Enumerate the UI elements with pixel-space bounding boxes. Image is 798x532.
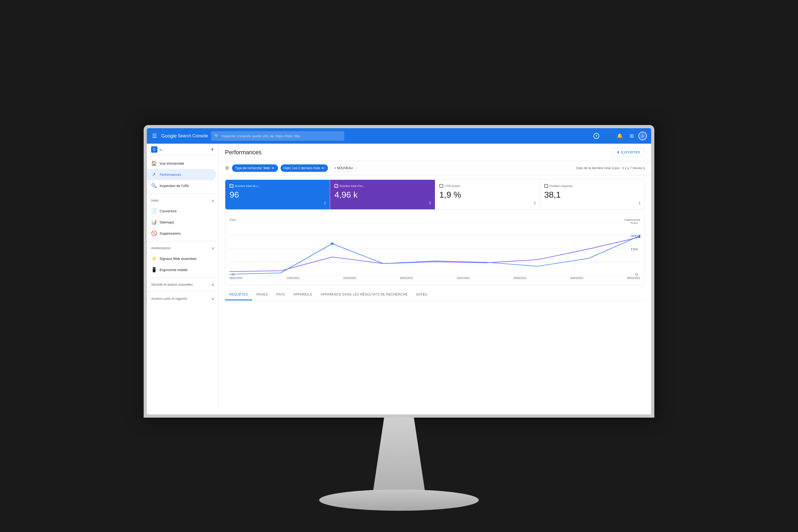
grid-icon: ⊞	[630, 133, 633, 139]
metric-card-ctr-header: CTR moyen	[439, 184, 535, 188]
ameliorations-section-title: Améliorations	[151, 246, 171, 250]
chart-area: Clics Impressions	[218, 214, 651, 289]
sidebar-item-performances[interactable]: ↗ Performances	[147, 169, 216, 180]
anciens-outils-chevron-down-icon: ∨	[211, 297, 214, 301]
search-icon: 🔍	[214, 134, 220, 138]
tab-appareils[interactable]: APPAREILS	[289, 289, 316, 300]
ameliorations-section-header[interactable]: Améliorations ∧	[147, 243, 218, 253]
metric-footer-position: ℹ	[544, 201, 640, 205]
sitemap-icon: 📊	[151, 219, 156, 225]
sidebar-item-vue-ensemble[interactable]: 🏠 Vue d'ensemble	[147, 158, 216, 169]
export-button[interactable]: ⬇ EXPORTER	[612, 148, 645, 157]
anciens-outils-section-header[interactable]: Anciens outils et rapports ∨	[147, 294, 218, 304]
page-title: Performances	[225, 149, 262, 156]
sidebar-item-sitemaps[interactable]: 📊 Sitemaps	[147, 216, 216, 228]
x-label-6: 28/02/2021	[513, 277, 527, 280]
sidebar-label-sitemaps: Sitemaps	[159, 220, 174, 224]
monitor: ☰ Google Search Console 🔍 ? 👤	[144, 125, 654, 532]
home-icon: 🏠	[151, 160, 156, 166]
search-bar[interactable]: 🔍	[211, 131, 344, 141]
sidebar-item-ergonomie-mobile[interactable]: 📱 Ergonomie mobile	[147, 264, 216, 275]
metric-footer-clics: ℹ	[230, 201, 326, 205]
tab-requetes[interactable]: REQUÊTES	[225, 289, 252, 300]
metric-value-ctr: 1,9 %	[439, 190, 535, 200]
plus-icon: +	[334, 166, 336, 170]
last-update-text: Date de la dernière mise à jour : il y a…	[576, 166, 645, 170]
sidebar-item-inspection-url[interactable]: 🔍 Inspection de l'URL	[147, 180, 216, 191]
metric-card-position[interactable]: Position moyenne 38,1 ℹ	[540, 180, 645, 209]
help-button[interactable]: ?	[592, 131, 601, 141]
google-text: Google	[161, 133, 177, 139]
page-header: Performances ⬇ EXPORTER	[218, 144, 651, 161]
grid-button[interactable]: ⊞	[627, 131, 636, 141]
chart-left-label: Clics	[230, 218, 236, 221]
search-input[interactable]	[222, 134, 341, 138]
tab-pays[interactable]: PAYS	[272, 289, 289, 300]
users-button[interactable]: 👤	[603, 131, 613, 141]
export-icon: ⬇	[617, 150, 620, 154]
filter-chip-search-type-label: Type de recherche: Web	[235, 166, 270, 170]
sidebar-label-inspection-url: Inspection de l'URL	[159, 184, 189, 188]
sidebar-item-couverture[interactable]: 📄 Couverture	[147, 205, 216, 216]
index-section-header[interactable]: Index ∧	[147, 196, 218, 205]
filter-chip-date[interactable]: Date: Les 3 derniers mois ✏	[281, 165, 328, 172]
chart-svg: 450 300 150 0 0	[230, 222, 640, 276]
tab-pages[interactable]: PAGES	[252, 289, 272, 300]
property-dropdown-icon[interactable]: ▼	[210, 147, 214, 152]
users-icon: 👤	[605, 133, 611, 139]
new-filter-button[interactable]: + NOUVEAU	[331, 165, 356, 172]
monitor-screen: ☰ Google Search Console 🔍 ? 👤	[144, 125, 654, 418]
tab-apparence[interactable]: APPARENCE DANS LES RÉSULTATS DE RECHERCH…	[317, 289, 412, 300]
securite-chevron-down-icon: ∨	[211, 283, 214, 287]
metric-footer-ctr: ℹ	[439, 201, 535, 205]
securite-section-title: Sécurité et actions manuelles	[151, 283, 193, 286]
avatar-button[interactable]: a	[639, 132, 647, 140]
metric-card-impressions[interactable]: ✓ Nombre total d'im... 4,96 k ℹ	[330, 180, 435, 209]
divider-1	[147, 193, 218, 194]
clics-line	[230, 236, 640, 274]
nav-icons: ? 👤 🔔 ⊞ a	[592, 131, 647, 141]
sidebar-label-performances: Performances	[159, 173, 181, 177]
metric-checkbox-impressions: ✓	[334, 184, 338, 188]
tabs-bar: REQUÊTES PAGES PAYS APPAREILS APPARENCE …	[225, 289, 645, 301]
filter-settings-icon[interactable]: ⚙	[225, 165, 229, 171]
main-content: Performances ⬇ EXPORTER ⚙ Type de recher…	[218, 144, 651, 414]
bell-icon: 🔔	[617, 133, 623, 139]
bell-button[interactable]: 🔔	[615, 131, 625, 141]
main-layout: C c... ▼ 🏠 Vue d'ensemble ↗ Performances	[147, 144, 651, 414]
x-label-7: 04/03/2021	[570, 277, 583, 280]
sidebar-label-ergonomie-mobile: Ergonomie mobile	[159, 268, 188, 272]
divider-4	[147, 291, 218, 292]
help-icon: ?	[593, 133, 599, 139]
export-label: EXPORTER	[621, 150, 640, 154]
tab-dates[interactable]: DATES	[412, 289, 432, 300]
x-label-3: 16/02/2021	[343, 277, 357, 280]
metric-card-ctr[interactable]: CTR moyen 1,9 % ℹ	[435, 180, 540, 209]
filter-bar: ⚙ Type de recherche: Web ✏ Date: Les 3 d…	[218, 161, 651, 175]
sidebar-item-suppressions[interactable]: 🚫 Suppressions	[147, 228, 216, 239]
sidebar-label-vue-ensemble: Vue d'ensemble	[159, 162, 184, 166]
sidebar-nav: 🏠 Vue d'ensemble ↗ Performances 🔍 Inspec…	[147, 156, 218, 306]
divider-2	[147, 241, 218, 241]
x-label-2: 12/02/2021	[286, 277, 300, 280]
property-icon: C	[151, 146, 157, 153]
chart-container: Clics Impressions	[225, 214, 645, 285]
sidebar-property-selector[interactable]: C c... ▼	[147, 144, 218, 156]
suppress-icon: 🚫	[151, 230, 156, 236]
x-label-5: 24/02/2021	[457, 277, 470, 280]
metrics-cards: ✓ Nombre total de c... 96 ℹ ✓	[225, 179, 645, 210]
securite-section-header[interactable]: Sécurité et actions manuelles ∨	[147, 280, 218, 289]
metric-card-position-header: Position moyenne	[544, 184, 640, 188]
hamburger-button[interactable]: ☰	[151, 132, 158, 140]
sidebar-item-signaux-web[interactable]: ⚡ Signaux Web essentiels	[147, 253, 216, 264]
metric-checkbox-clics: ✓	[230, 184, 233, 188]
filter-chip-search-type[interactable]: Type de recherche: Web ✏	[232, 165, 278, 172]
sidebar: C c... ▼ 🏠 Vue d'ensemble ↗ Performances	[147, 144, 218, 414]
filter-chip-search-type-edit-icon: ✏	[271, 166, 275, 170]
metric-card-clics[interactable]: ✓ Nombre total de c... 96 ℹ	[225, 180, 330, 209]
x-label-8: 08/03/2021	[627, 277, 640, 280]
clics-peak-dot	[330, 243, 334, 245]
metric-label-clics: Nombre total de c...	[235, 184, 261, 188]
metric-label-position: Position moyenne	[550, 184, 573, 188]
search-url-icon: 🔍	[151, 183, 156, 189]
